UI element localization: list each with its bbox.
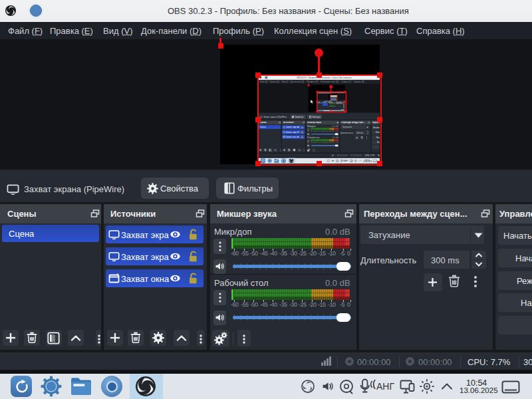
- svg-text:*: *: [117, 273, 119, 277]
